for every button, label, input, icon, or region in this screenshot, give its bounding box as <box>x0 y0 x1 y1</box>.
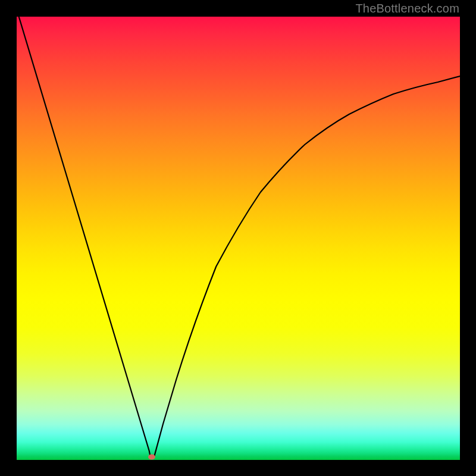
curve-svg <box>17 17 460 460</box>
optimal-marker <box>148 455 155 460</box>
bottleneck-curve <box>19 17 460 457</box>
credit-label: TheBottleneck.com <box>355 2 459 15</box>
chart-frame: TheBottleneck.com <box>0 0 476 476</box>
plot-area <box>17 17 460 460</box>
